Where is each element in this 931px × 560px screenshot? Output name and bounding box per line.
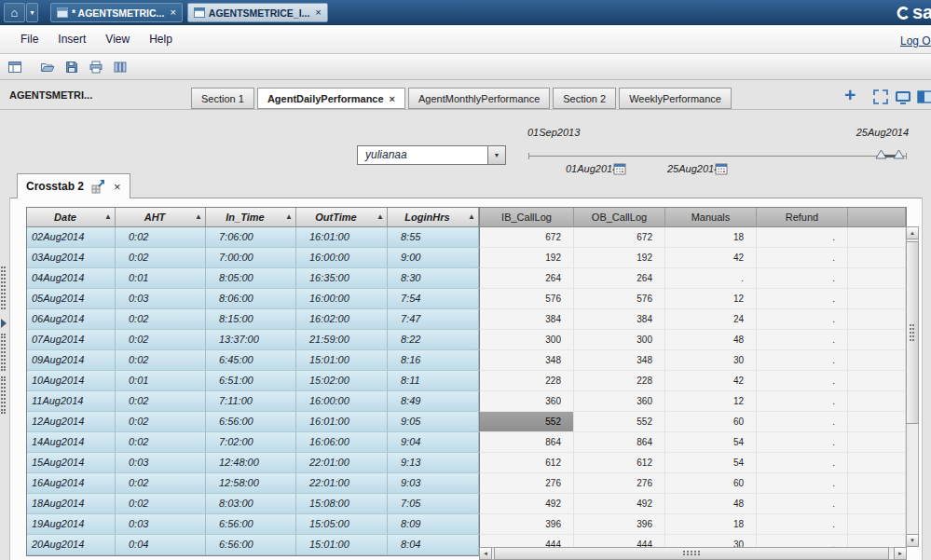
cell-refund[interactable]: . <box>757 268 848 289</box>
open-button[interactable] <box>36 57 59 77</box>
cell-refund[interactable]: . <box>757 514 848 535</box>
sort-ascending-icon[interactable]: ▲ <box>468 213 475 221</box>
close-icon[interactable]: × <box>315 7 321 18</box>
cell-manuals[interactable]: 42 <box>665 248 757 268</box>
cell-date[interactable]: 15Aug2014 <box>27 453 116 473</box>
agent-dropdown[interactable]: yulianaa ▼ <box>357 145 506 165</box>
cell-ob[interactable]: 384 <box>574 309 665 330</box>
cell-aht[interactable]: 0:02 <box>116 227 206 248</box>
horizontal-scrollbar[interactable]: ◄ ► <box>479 547 907 560</box>
cell-spacer[interactable] <box>848 494 906 514</box>
cell-date[interactable]: 03Aug2014 <box>27 248 116 268</box>
cell-spacer[interactable] <box>848 350 906 371</box>
cell-spacer[interactable] <box>848 514 906 535</box>
cell-refund[interactable]: . <box>757 248 848 268</box>
column-header-out_time[interactable]: OutTime▲ <box>296 208 388 227</box>
cell-ob[interactable]: 552 <box>574 412 665 432</box>
cell-in_time[interactable]: 13:37:00 <box>206 330 296 350</box>
cell-aht[interactable]: 0:02 <box>116 494 206 514</box>
cell-ib[interactable]: 492 <box>479 494 574 514</box>
sort-ascending-icon[interactable]: ▲ <box>195 213 202 221</box>
column-header-refund[interactable]: Refund <box>757 208 848 227</box>
cell-manuals[interactable]: 48 <box>665 494 757 514</box>
cell-aht[interactable]: 0:02 <box>116 350 206 371</box>
cell-out_time[interactable]: 16:01:00 <box>296 412 388 432</box>
column-header-date[interactable]: Date▲ <box>27 208 116 227</box>
cell-ob[interactable]: 576 <box>574 289 665 309</box>
cell-ib[interactable]: 360 <box>479 391 574 412</box>
sort-ascending-icon[interactable]: ▲ <box>104 213 112 221</box>
cell-refund[interactable]: . <box>757 371 848 391</box>
cell-refund[interactable]: . <box>757 289 848 309</box>
cell-date[interactable]: 19Aug2014 <box>27 514 116 535</box>
cell-manuals[interactable]: 48 <box>665 330 757 350</box>
cell-ib[interactable]: 300 <box>479 330 574 350</box>
cell-ob[interactable]: 276 <box>574 473 665 494</box>
cell-spacer[interactable] <box>848 432 906 453</box>
cell-in_time[interactable]: 8:05:00 <box>206 268 296 289</box>
sort-ascending-icon[interactable]: ▲ <box>377 213 384 221</box>
cell-login_hrs[interactable]: 8:55 <box>388 227 479 248</box>
cell-in_time[interactable]: 12:48:00 <box>206 453 296 473</box>
date-slider-track[interactable] <box>528 156 907 157</box>
cell-in_time[interactable]: 8:15:00 <box>206 309 296 330</box>
cell-refund[interactable]: . <box>757 432 848 453</box>
home-button[interactable]: ⌂ <box>4 3 25 22</box>
cell-out_time[interactable]: 15:01:00 <box>296 535 388 555</box>
columns-button[interactable] <box>109 57 131 77</box>
cell-refund[interactable]: . <box>757 350 848 371</box>
cell-manuals[interactable]: 24 <box>665 309 757 330</box>
cell-ob[interactable]: 300 <box>574 330 665 350</box>
slider-handle-from[interactable] <box>875 149 887 159</box>
cell-manuals[interactable]: . <box>665 268 757 289</box>
cell-date[interactable]: 18Aug2014 <box>27 494 116 514</box>
cell-refund[interactable]: . <box>757 494 848 514</box>
cell-ib[interactable]: 396 <box>479 514 574 535</box>
cell-out_time[interactable]: 16:06:00 <box>296 432 388 453</box>
tab-weekly-performance[interactable]: WeeklyPerformance <box>619 88 732 109</box>
cell-spacer[interactable] <box>848 412 906 432</box>
cell-aht[interactable]: 0:02 <box>116 309 206 330</box>
cell-ib[interactable]: 264 <box>479 268 574 289</box>
cell-ob[interactable]: 612 <box>574 453 665 473</box>
cell-spacer[interactable] <box>848 330 906 350</box>
cell-manuals[interactable]: 12 <box>665 289 757 309</box>
pivot-icon[interactable] <box>91 179 106 194</box>
cell-aht[interactable]: 0:01 <box>116 268 206 289</box>
cell-ib[interactable]: 864 <box>479 432 574 453</box>
cell-ib[interactable]: 192 <box>479 248 574 268</box>
cell-refund[interactable]: . <box>757 453 848 473</box>
cell-spacer[interactable] <box>848 391 906 412</box>
cell-login_hrs[interactable]: 8:04 <box>388 535 479 555</box>
cell-out_time[interactable]: 15:02:00 <box>296 371 388 391</box>
cell-ib[interactable]: 672 <box>479 227 574 248</box>
vertical-scrollbar-thumb[interactable] <box>906 241 919 424</box>
cell-date[interactable]: 04Aug2014 <box>27 268 116 289</box>
cell-out_time[interactable]: 16:01:00 <box>296 227 388 248</box>
cell-ib[interactable]: 276 <box>479 473 574 494</box>
cell-out_time[interactable]: 15:01:00 <box>296 350 388 371</box>
cell-manuals[interactable]: 30 <box>665 350 757 371</box>
cell-ib[interactable]: 576 <box>479 289 574 309</box>
close-icon[interactable]: × <box>114 180 121 194</box>
cell-date[interactable]: 20Aug2014 <box>27 535 116 555</box>
cell-refund[interactable]: . <box>757 412 848 432</box>
cell-in_time[interactable]: 7:06:00 <box>206 227 296 248</box>
vertical-scrollbar[interactable]: ▲ ▼ <box>906 226 919 547</box>
cell-refund[interactable]: . <box>757 309 848 330</box>
cell-out_time[interactable]: 22:01:00 <box>296 473 388 494</box>
full-screen-button[interactable] <box>895 89 911 105</box>
cell-login_hrs[interactable]: 9:04 <box>388 432 479 453</box>
scroll-right-button[interactable]: ► <box>894 547 907 560</box>
cell-login_hrs[interactable]: 8:11 <box>388 371 479 391</box>
cell-spacer[interactable] <box>848 268 906 289</box>
cell-ib[interactable]: 552 <box>479 412 574 432</box>
cell-date[interactable]: 09Aug2014 <box>27 350 116 371</box>
menu-file[interactable]: File <box>21 33 38 46</box>
cell-date[interactable]: 05Aug2014 <box>27 289 116 309</box>
cell-spacer[interactable] <box>848 473 906 494</box>
cell-login_hrs[interactable]: 8:22 <box>388 330 479 350</box>
cell-out_time[interactable]: 22:01:00 <box>296 453 388 473</box>
calendar-icon[interactable] <box>613 162 626 175</box>
cell-ob[interactable]: 492 <box>574 494 665 514</box>
